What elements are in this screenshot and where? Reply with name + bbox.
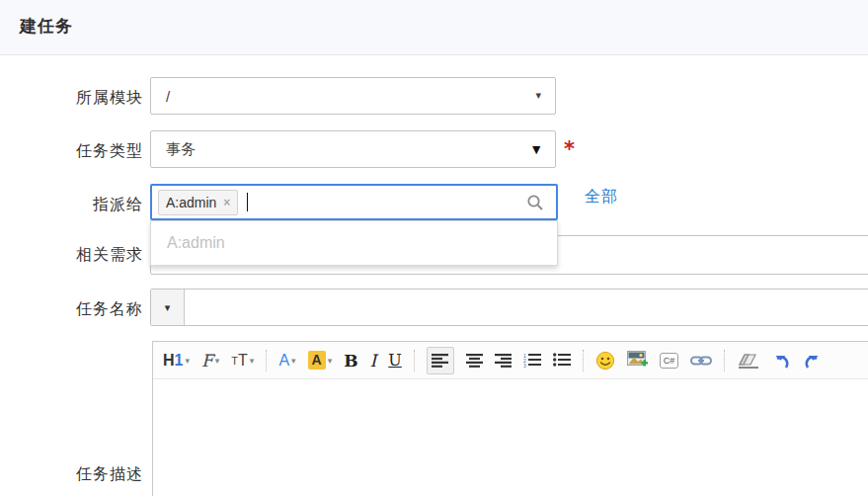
chevron-down-icon: ▾ xyxy=(185,356,190,366)
select-arrow-icon: ▼ xyxy=(529,142,543,156)
underline-button[interactable]: U xyxy=(388,348,401,373)
text-cursor xyxy=(247,193,248,211)
svg-text:3: 3 xyxy=(523,363,526,369)
align-right-button[interactable] xyxy=(495,348,512,373)
align-right-icon xyxy=(495,354,512,368)
chevron-down-icon: ▾ xyxy=(215,356,220,366)
tag-close-icon[interactable]: × xyxy=(223,196,230,209)
align-left-icon xyxy=(432,354,448,368)
chevron-down-icon: ▾ xyxy=(535,90,541,101)
editor-toolbar: H1▾ F▾ TT▾ A▾ A▾ B I U xyxy=(153,342,868,379)
type-select[interactable]: 事务 ▼ xyxy=(150,130,556,168)
highlight-color-button[interactable]: A▾ xyxy=(308,348,333,373)
align-left-button[interactable] xyxy=(427,347,454,374)
toolbar-divider xyxy=(414,350,415,372)
page-header: 建任务 xyxy=(0,0,868,55)
assign-dropdown: A:admin xyxy=(150,220,558,266)
link-icon xyxy=(690,355,712,367)
bold-button[interactable]: B xyxy=(344,348,357,373)
align-center-button[interactable] xyxy=(466,348,483,373)
redo-button[interactable] xyxy=(803,348,822,373)
code-button[interactable]: C# xyxy=(660,348,679,373)
desc-label: 任务描述 xyxy=(0,464,143,485)
assign-tag[interactable]: A:admin × xyxy=(158,190,238,215)
chevron-down-icon: ▾ xyxy=(250,356,255,366)
emoji-button[interactable] xyxy=(595,348,615,373)
unordered-list-button[interactable] xyxy=(553,348,571,373)
assign-dropdown-item[interactable]: A:admin xyxy=(151,221,557,265)
eraser-icon xyxy=(737,352,760,370)
italic-button[interactable]: I xyxy=(370,348,377,373)
redo-icon xyxy=(803,352,822,369)
toolbar-divider xyxy=(266,350,267,372)
font-family-button[interactable]: F▾ xyxy=(201,348,219,373)
module-value: / xyxy=(151,88,170,105)
image-icon xyxy=(627,351,648,370)
chevron-down-icon: ▾ xyxy=(165,301,171,314)
toolbar-divider xyxy=(583,350,584,372)
rich-text-editor: H1▾ F▾ TT▾ A▾ A▾ B I U xyxy=(152,341,868,496)
assign-label: 指派给 xyxy=(0,195,143,215)
module-label: 所属模块 xyxy=(0,88,143,109)
search-icon xyxy=(525,193,545,216)
ordered-list-icon: 1 2 3 xyxy=(523,353,541,368)
undo-button[interactable] xyxy=(772,348,791,373)
task-name-group: ▾ xyxy=(150,289,868,326)
task-name-input[interactable] xyxy=(185,289,868,325)
link-button[interactable] xyxy=(690,348,712,373)
toolbar-divider xyxy=(724,350,725,372)
chevron-down-icon: ▾ xyxy=(328,356,333,366)
type-label: 任务类型 xyxy=(0,141,143,162)
assign-picker-input[interactable]: A:admin × xyxy=(150,184,558,220)
insert-image-button[interactable] xyxy=(627,348,648,373)
type-value: 事务 xyxy=(151,140,196,159)
ordered-list-button[interactable]: 1 2 3 xyxy=(523,348,541,373)
heading-button[interactable]: H1▾ xyxy=(163,348,190,373)
undo-icon xyxy=(772,352,791,369)
emoji-icon xyxy=(595,351,615,371)
font-size-button[interactable]: TT▾ xyxy=(231,348,254,373)
assign-tag-text: A:admin xyxy=(166,195,216,210)
remove-format-button[interactable] xyxy=(737,348,760,373)
chevron-down-icon: ▾ xyxy=(291,356,296,366)
all-users-link[interactable]: 全部 xyxy=(585,187,618,207)
create-task-page: 建任务 所属模块 / ▾ 任务类型 事务 ▼ * 指派给 A:admin × 全… xyxy=(0,0,868,496)
text-color-button[interactable]: A▾ xyxy=(278,348,295,373)
required-asterisk: * xyxy=(564,137,575,161)
name-label: 任务名称 xyxy=(0,299,143,320)
page-title: 建任务 xyxy=(20,0,73,53)
name-dropdown-button[interactable]: ▾ xyxy=(151,289,185,325)
unordered-list-icon xyxy=(553,353,571,368)
story-label: 相关需求 xyxy=(0,245,143,266)
editor-content-area[interactable] xyxy=(153,379,868,496)
align-center-icon xyxy=(466,354,483,368)
module-select[interactable]: / ▾ xyxy=(150,77,556,115)
